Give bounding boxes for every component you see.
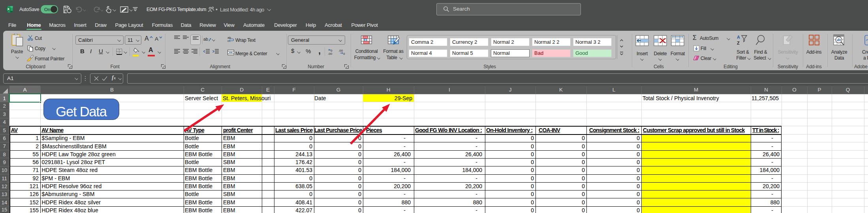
svg-text:.00: .00 — [338, 49, 343, 52]
svg-text:Z: Z — [737, 41, 740, 45]
svg-text:.00: .00 — [328, 52, 333, 55]
svg-text:0: 0 — [343, 52, 345, 55]
svg-text:A: A — [737, 35, 740, 39]
svg-text:ab: ab — [203, 37, 208, 41]
svg-text:c: c — [227, 39, 229, 42]
svg-text:X: X — [7, 7, 9, 11]
